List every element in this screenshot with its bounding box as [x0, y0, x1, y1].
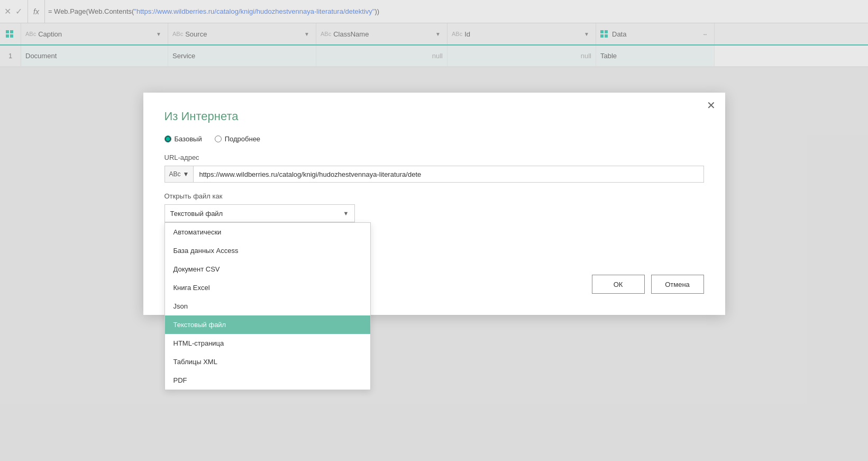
url-type-text: ABc — [169, 170, 181, 178]
dropdown-item-access[interactable]: База данных Access — [165, 241, 370, 260]
dropdown-item-xml[interactable]: Таблицы XML — [165, 352, 370, 371]
modal-close-button[interactable]: ✕ — [707, 100, 716, 111]
dropdown-item-excel[interactable]: Книга Excel — [165, 278, 370, 297]
file-type-selected-text: Текстовый файл — [170, 210, 223, 218]
dropdown-item-pdf[interactable]: PDF — [165, 371, 370, 390]
select-caret-icon: ▼ — [343, 210, 349, 216]
radio-basic-input[interactable] — [165, 135, 171, 142]
url-label: URL-адрес — [165, 153, 704, 161]
cancel-button[interactable]: Отмена — [651, 275, 704, 294]
radio-advanced-label[interactable]: Подробнее — [215, 135, 260, 143]
url-type-button[interactable]: ABc ▼ — [165, 166, 194, 183]
radio-group: Базовый Подробнее — [165, 135, 704, 143]
dropdown-item-text[interactable]: Текстовый файл — [165, 315, 370, 334]
url-input-row: ABc ▼ — [165, 166, 704, 183]
select-wrapper: Текстовый файл ▼ Автоматически База данн… — [165, 204, 355, 222]
radio-advanced-input[interactable] — [215, 135, 222, 142]
dropdown-item-csv[interactable]: Документ CSV — [165, 260, 370, 278]
ok-button[interactable]: ОК — [592, 275, 645, 294]
radio-basic-text: Базовый — [175, 135, 202, 143]
dropdown-item-json[interactable]: Json — [165, 297, 370, 315]
modal-overlay: ✕ Из Интернета Базовый Подробнее URL-адр… — [0, 0, 868, 461]
modal-footer: ОК Отмена — [592, 275, 704, 294]
dropdown-item-auto[interactable]: Автоматически — [165, 223, 370, 241]
file-type-select[interactable]: Текстовый файл ▼ — [165, 204, 355, 222]
url-input-field[interactable] — [194, 166, 703, 183]
radio-basic-label[interactable]: Базовый — [165, 135, 202, 143]
url-type-caret: ▼ — [183, 170, 189, 178]
dropdown-item-html[interactable]: HTML-страница — [165, 334, 370, 352]
file-type-dropdown: Автоматически База данных Access Докумен… — [165, 222, 371, 390]
modal-title: Из Интернета — [165, 110, 704, 123]
open-as-label: Открыть файл как — [165, 192, 704, 200]
modal-dialog: ✕ Из Интернета Базовый Подробнее URL-адр… — [143, 93, 725, 315]
radio-advanced-text: Подробнее — [225, 135, 260, 143]
